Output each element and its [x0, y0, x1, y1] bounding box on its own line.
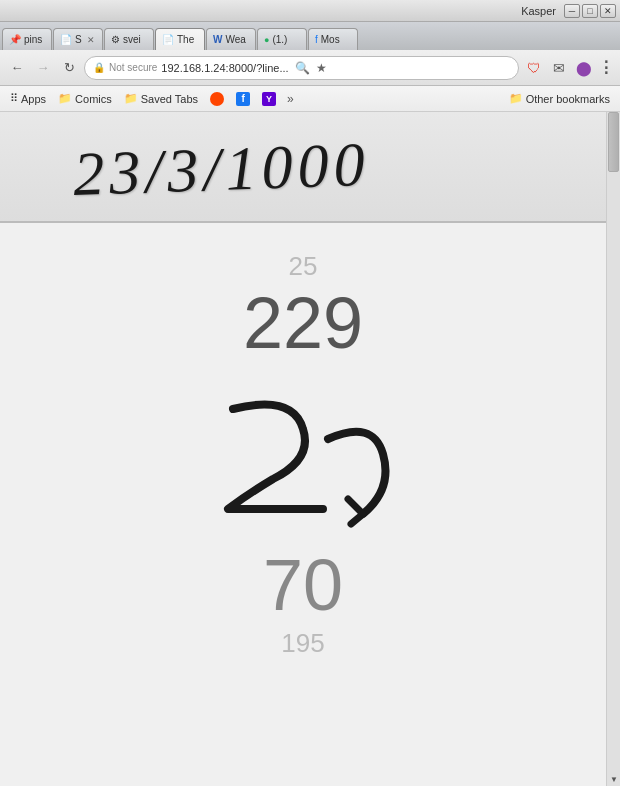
- tab-mos[interactable]: f Mos: [308, 28, 358, 50]
- tabbar: 📌 pins 📄 S ✕ ⚙ svei 📄 The W Wea ● (1.) f…: [0, 22, 620, 50]
- url-text: 192.168.1.24:8000/?line...: [161, 62, 288, 74]
- comics-folder-icon: 📁: [58, 92, 72, 105]
- tab-wea[interactable]: W Wea: [206, 28, 256, 50]
- tab-wea-label: Wea: [225, 34, 245, 45]
- tab-1-label: (1.): [272, 34, 287, 45]
- tab-s-label: S: [75, 34, 82, 45]
- toolbar-right: 🛡 ✉ ⬤ ⋮: [523, 58, 614, 77]
- number-25-container: 25: [289, 251, 318, 284]
- bookmark-comics[interactable]: 📁 Comics: [54, 90, 116, 107]
- tab-1-icon: ●: [264, 35, 269, 45]
- reddit-icon: [210, 92, 224, 106]
- forward-button[interactable]: →: [32, 57, 54, 79]
- tab-pins-label: pins: [24, 34, 42, 45]
- bookmark-reddit[interactable]: [206, 90, 228, 108]
- bookmark-other[interactable]: 📁 Other bookmarks: [505, 90, 614, 107]
- bookmark-other-label: Other bookmarks: [526, 93, 610, 105]
- bookmarks-bar: ⠿ Apps 📁 Comics 📁 Saved Tabs f Y » 📁 Oth…: [0, 86, 620, 112]
- page-content: 23/3/1000 25 229 70: [0, 112, 606, 786]
- tab-the[interactable]: 📄 The: [155, 28, 205, 50]
- titlebar-buttons: ─ □ ✕: [564, 4, 616, 18]
- bookmarks-more-button[interactable]: »: [284, 92, 297, 106]
- maximize-button[interactable]: □: [582, 4, 598, 18]
- other-bookmarks-folder-icon: 📁: [509, 92, 523, 105]
- back-button[interactable]: ←: [6, 57, 28, 79]
- handwritten-number: 23/3/1000: [62, 118, 543, 215]
- number-229: 229: [243, 284, 363, 363]
- number-195: 195: [281, 628, 324, 659]
- addressbar: ← → ↻ 🔒 Not secure 192.168.1.24:8000/?li…: [0, 50, 620, 86]
- tab-mos-icon: f: [315, 34, 318, 45]
- close-button[interactable]: ✕: [600, 4, 616, 18]
- number-25: 25: [289, 251, 318, 282]
- bookmark-comics-label: Comics: [75, 93, 112, 105]
- drawn-number-container: [173, 379, 433, 539]
- bookmark-apps-label: Apps: [21, 93, 46, 105]
- mail-icon[interactable]: ✉: [548, 60, 570, 76]
- tab-pins-icon: 📌: [9, 34, 21, 45]
- tab-pins[interactable]: 📌 pins: [2, 28, 52, 50]
- titlebar-title: Kasper: [0, 5, 564, 17]
- number-70-container: 70: [263, 544, 343, 628]
- tab-s-icon: 📄: [60, 34, 72, 45]
- tab-the-label: The: [177, 34, 194, 45]
- number-70: 70: [263, 544, 343, 626]
- bitwarden-icon[interactable]: 🛡: [523, 60, 545, 76]
- bookmark-star-icon[interactable]: ★: [314, 61, 329, 75]
- scrollbar[interactable]: ▲ ▼: [606, 112, 620, 786]
- extension-icon[interactable]: ⬤: [573, 60, 595, 76]
- tab-mos-label: Mos: [321, 34, 340, 45]
- bookmark-saved-tabs-label: Saved Tabs: [141, 93, 198, 105]
- tab-s[interactable]: 📄 S ✕: [53, 28, 103, 50]
- apps-grid-icon: ⠿: [10, 92, 18, 105]
- scrollbar-thumb[interactable]: [608, 112, 619, 172]
- lock-icon: 🔒: [93, 62, 105, 73]
- svg-text:23/3/1000: 23/3/1000: [72, 130, 371, 201]
- tab-wea-icon: W: [213, 34, 222, 45]
- minimize-button[interactable]: ─: [564, 4, 580, 18]
- tab-s-close[interactable]: ✕: [86, 35, 96, 45]
- tab-svei-icon: ⚙: [111, 34, 120, 45]
- saved-tabs-folder-icon: 📁: [124, 92, 138, 105]
- search-icon[interactable]: 🔍: [293, 61, 312, 75]
- number-229-container: 229: [243, 284, 363, 379]
- tab-svei[interactable]: ⚙ svei: [104, 28, 154, 50]
- yahoo-icon: Y: [262, 92, 276, 106]
- handwritten-box: 23/3/1000: [0, 112, 606, 223]
- address-box[interactable]: 🔒 Not secure 192.168.1.24:8000/?line... …: [84, 56, 519, 80]
- tab-1[interactable]: ● (1.): [257, 28, 307, 50]
- browser-content: ▲ ▼ 23/3/1000 25 229: [0, 112, 620, 786]
- address-actions: 🔍 ★: [293, 61, 329, 75]
- tab-svei-label: svei: [123, 34, 141, 45]
- number-195-container: 195: [281, 628, 324, 659]
- facebook-icon: f: [236, 92, 250, 106]
- titlebar: Kasper ─ □ ✕: [0, 0, 620, 22]
- bookmark-saved-tabs[interactable]: 📁 Saved Tabs: [120, 90, 202, 107]
- not-secure-text: Not secure: [109, 62, 157, 73]
- bookmark-facebook[interactable]: f: [232, 90, 254, 108]
- bookmark-yahoo[interactable]: Y: [258, 90, 280, 108]
- tab-the-icon: 📄: [162, 34, 174, 45]
- reload-button[interactable]: ↻: [58, 57, 80, 79]
- bookmark-apps[interactable]: ⠿ Apps: [6, 90, 50, 107]
- scrollbar-down-arrow[interactable]: ▼: [607, 772, 620, 786]
- more-options-icon[interactable]: ⋮: [598, 58, 614, 77]
